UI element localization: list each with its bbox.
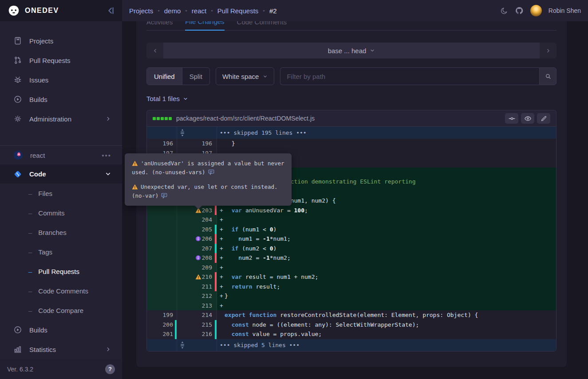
- add-comment-icon[interactable]: [161, 193, 167, 199]
- new-line-number[interactable]: 211: [202, 282, 212, 292]
- new-line-gutter: 196: [177, 139, 217, 148]
- new-line-number[interactable]: 214: [202, 310, 212, 320]
- new-line-number[interactable]: 208: [202, 253, 212, 263]
- sidebar-item-commits[interactable]: Commits: [0, 203, 122, 223]
- new-line-gutter: 206: [177, 234, 217, 244]
- sidebar-item-pull-requests[interactable]: Pull Requests: [0, 51, 122, 70]
- help-icon[interactable]: ?: [105, 364, 115, 374]
- new-line-number[interactable]: 203: [202, 206, 212, 215]
- old-line-gutter: [147, 339, 177, 351]
- sidebar-item-pull-requests-sub[interactable]: Pull Requests: [0, 262, 122, 281]
- add-comment-icon[interactable]: [208, 169, 214, 175]
- coverage-bar: [215, 234, 217, 244]
- prev-revision-icon[interactable]: [146, 43, 163, 59]
- revision-range-bar: base ... head: [146, 43, 556, 59]
- new-line-number[interactable]: 212: [202, 291, 212, 301]
- new-line-number[interactable]: 205: [202, 225, 212, 234]
- sidebar-item-label: Tags: [38, 248, 52, 256]
- sidebar-item-builds[interactable]: Builds: [0, 90, 122, 109]
- breadcrumb-react[interactable]: react: [192, 7, 206, 15]
- user-avatar[interactable]: [530, 5, 542, 16]
- sidebar-item-files[interactable]: Files: [0, 184, 122, 203]
- new-line-number[interactable]: 213: [202, 301, 212, 311]
- view-commit-button[interactable]: [505, 113, 518, 124]
- old-line-number[interactable]: 201: [163, 329, 173, 339]
- sidebar-collapse-icon[interactable]: [106, 6, 116, 16]
- sidebar-project-react[interactable]: react •••: [0, 145, 122, 164]
- diff-sign: +: [220, 253, 225, 263]
- github-icon[interactable]: [515, 6, 524, 15]
- sidebar-item-label: Pull Requests: [38, 268, 79, 275]
- info-icon[interactable]: [195, 236, 201, 242]
- breadcrumb-projects[interactable]: Projects: [129, 7, 153, 15]
- sidebar-footer: Ver. 6.3.2 ?: [0, 359, 122, 379]
- total-files-dropdown[interactable]: Total 1 files: [146, 95, 556, 102]
- sidebar-item-project-builds[interactable]: Builds: [0, 320, 122, 340]
- sidebar-item-administration[interactable]: Administration: [0, 109, 122, 129]
- sidebar-item-label: Code Comments: [38, 287, 88, 295]
- dark-mode-moon-icon[interactable]: [500, 7, 508, 15]
- old-line-gutter: [147, 263, 177, 273]
- project-avatar-rocket-icon: [13, 150, 23, 160]
- edit-file-button[interactable]: [537, 113, 550, 124]
- new-line-number[interactable]: 215: [202, 320, 212, 330]
- bug-icon: [13, 75, 22, 84]
- new-line-gutter: 210: [177, 272, 217, 282]
- main-content: Activities File Changes Code Comments ba…: [122, 0, 588, 379]
- info-icon[interactable]: [195, 255, 201, 261]
- old-line-gutter: [147, 282, 177, 292]
- revision-range-selector[interactable]: base ... head: [163, 43, 540, 59]
- sidebar-item-projects[interactable]: Projects: [0, 31, 122, 51]
- old-line-gutter: [147, 215, 177, 225]
- unified-button[interactable]: Unified: [147, 68, 182, 85]
- pull-request-icon: [13, 56, 22, 65]
- coverage-bar: [215, 253, 217, 263]
- old-line-gutter: [147, 206, 177, 215]
- new-line-number[interactable]: 216: [202, 329, 212, 339]
- next-revision-icon[interactable]: [540, 43, 556, 59]
- eslint-problems-tooltip: 'anUnusedVar' is assigned a value but ne…: [125, 153, 292, 206]
- sidebar-item-code-comments[interactable]: Code Comments: [0, 281, 122, 301]
- sidebar-item-tags[interactable]: Tags: [0, 242, 122, 262]
- search-button[interactable]: [539, 67, 556, 85]
- code-line: +: [217, 263, 556, 273]
- expand-lines-icon[interactable]: [179, 341, 186, 349]
- old-line-number[interactable]: 196: [163, 139, 173, 148]
- coverage-bar: [215, 244, 217, 254]
- new-line-number[interactable]: 204: [202, 215, 212, 225]
- warning-icon[interactable]: [195, 274, 201, 280]
- sidebar-item-statistics[interactable]: Statistics: [0, 340, 122, 359]
- sidebar-item-code-compare[interactable]: Code Compare: [0, 301, 122, 320]
- split-button[interactable]: Split: [182, 68, 209, 85]
- coverage-bar: [215, 329, 217, 339]
- breadcrumb-demo[interactable]: demo: [164, 7, 181, 15]
- old-line-number[interactable]: 199: [163, 310, 173, 320]
- diff-row: 203+ var anUnusedVar = 100;: [147, 206, 556, 215]
- filter-by-path-input[interactable]: [280, 67, 539, 85]
- new-line-number[interactable]: 207: [202, 244, 212, 254]
- sidebar-item-branches[interactable]: Branches: [0, 223, 122, 242]
- view-file-button[interactable]: [521, 113, 534, 124]
- old-line-gutter: 200: [147, 320, 177, 330]
- new-line-number[interactable]: 206: [202, 234, 212, 244]
- new-line-number[interactable]: 196: [202, 139, 212, 148]
- project-menu-dots-icon[interactable]: •••: [102, 152, 111, 159]
- diff-expander-row[interactable]: ••• skipped 195 lines •••: [147, 127, 556, 139]
- user-name[interactable]: Robin Shen: [549, 7, 581, 14]
- warning-icon: [132, 160, 138, 166]
- code-line: +: [217, 215, 556, 225]
- sidebar-section-code[interactable]: Code: [0, 164, 122, 184]
- onedev-logo-icon[interactable]: [7, 4, 20, 17]
- breadcrumb-pull-requests[interactable]: Pull Requests: [217, 7, 259, 15]
- whitespace-dropdown[interactable]: White space: [216, 67, 275, 85]
- new-line-number[interactable]: 209: [202, 263, 212, 273]
- new-line-number[interactable]: 210: [202, 272, 212, 282]
- search-icon: [545, 73, 552, 80]
- old-line-number[interactable]: 200: [163, 320, 173, 330]
- code-line: + return result;: [217, 282, 556, 292]
- diff-expander-row[interactable]: ••• skipped 5 lines •••: [147, 339, 556, 351]
- expand-lines-icon[interactable]: [179, 129, 186, 137]
- sidebar-item-issues[interactable]: Issues: [0, 70, 122, 90]
- diff-row: 212+}: [147, 291, 556, 301]
- coverage-bar: [175, 320, 177, 330]
